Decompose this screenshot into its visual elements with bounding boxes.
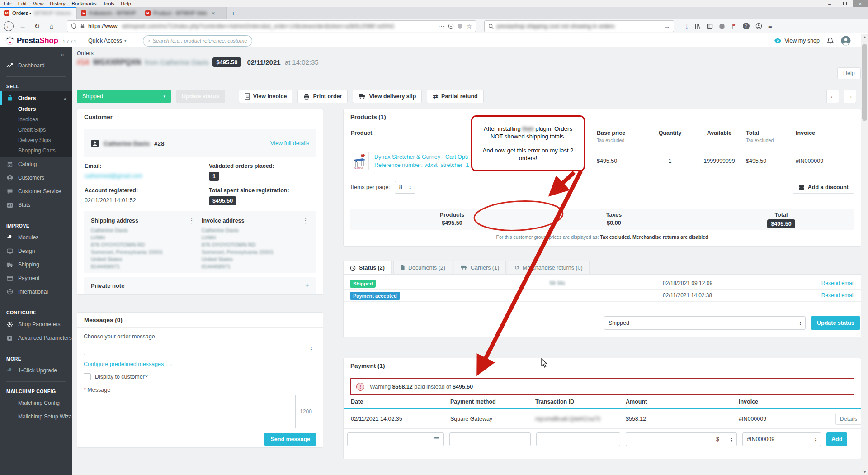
page-scrollbar[interactable]: ▲ ▼: [861, 34, 868, 475]
sidebar-item-mailchimp-setup-wizard[interactable]: Mailchimp Setup Wizard: [0, 410, 72, 423]
view-full-details-link[interactable]: View full details: [270, 140, 309, 147]
display-to-customer-checkbox[interactable]: [84, 373, 91, 380]
tab-documents[interactable]: Documents (2): [393, 261, 452, 274]
sidebar-subitem-invoices[interactable]: Invoices: [18, 116, 72, 123]
order-message-select[interactable]: ▴▾: [84, 342, 316, 355]
sidebar-item-stats[interactable]: Stats: [0, 198, 72, 212]
browser-tab-orders[interactable]: M Orders • WTMVP Veterin: [0, 7, 77, 19]
menu-bookmarks[interactable]: Bookmarks: [72, 1, 97, 6]
tab-carriers[interactable]: Carriers (1): [454, 261, 506, 274]
help-button[interactable]: Help: [837, 67, 861, 79]
admin-search-input[interactable]: Search (e.g.: product reference, custome: [143, 35, 252, 47]
scroll-up-arrow[interactable]: ▲: [861, 35, 868, 38]
payment-currency-select[interactable]: $ ▴▾: [712, 432, 737, 446]
scroll-down-arrow[interactable]: ▼: [861, 470, 868, 474]
tab-merchandise-returns[interactable]: ↺ Merchandise returns (0): [508, 261, 590, 274]
partial-refund-button[interactable]: ⇄ Partial refund: [427, 90, 483, 103]
payment-method-input[interactable]: [449, 432, 531, 446]
add-payment-button[interactable]: Add: [826, 432, 847, 446]
sidebar-item-modules[interactable]: Modules: [0, 231, 72, 244]
view-invoice-button[interactable]: View invoice: [239, 90, 293, 103]
page-actions-icon[interactable]: ⋯: [438, 22, 445, 30]
quick-access-dropdown[interactable]: Quick Access ▾: [88, 38, 127, 44]
profile-avatar[interactable]: [841, 36, 851, 46]
menu-file[interactable]: File: [4, 1, 12, 6]
send-message-button[interactable]: Send message: [264, 433, 316, 446]
sidebar-item-shipping[interactable]: Shipping: [0, 258, 72, 271]
hamburger-menu-icon[interactable]: ≡: [768, 22, 772, 30]
library-icon[interactable]: [694, 23, 701, 29]
payment-transaction-id-input[interactable]: [536, 432, 620, 446]
flag-icon[interactable]: [731, 23, 737, 29]
reload-button[interactable]: ↻: [32, 21, 42, 32]
forward-button[interactable]: →: [17, 21, 28, 32]
sidebar-item-design[interactable]: Design: [0, 244, 72, 258]
browser-tab-3[interactable]: P Product - WTMVP Vete ×: [141, 7, 227, 19]
notifications-bell-icon[interactable]: [827, 37, 834, 44]
update-status-button[interactable]: Update status: [811, 316, 860, 330]
sidebar-subitem-delivery-slips[interactable]: Delivery Slips: [18, 137, 72, 143]
add-discount-button[interactable]: Add a discount: [793, 181, 854, 194]
payment-details-button[interactable]: Details: [835, 413, 862, 425]
view-my-shop-link[interactable]: View my shop: [774, 38, 820, 44]
help-extension-icon[interactable]: ?: [743, 23, 750, 29]
bookmark-star-icon[interactable]: ☆: [466, 23, 472, 30]
resend-email-link[interactable]: Resend email: [805, 292, 854, 299]
scrollbar-thumb[interactable]: [862, 44, 867, 121]
sidebar-item-international[interactable]: International: [0, 285, 72, 299]
window-restore-button[interactable]: [837, 0, 853, 7]
permissions-icon[interactable]: [457, 23, 463, 29]
message-textarea[interactable]: [84, 395, 295, 428]
tab-status[interactable]: Status (2): [343, 261, 392, 274]
menu-view[interactable]: View: [33, 1, 44, 6]
adblock-icon[interactable]: [719, 23, 725, 29]
payment-invoice-select[interactable]: #IN000009 ▴▾: [742, 432, 821, 446]
kebab-menu-icon[interactable]: ⋮: [188, 216, 195, 225]
sidebar-item-advanced-parameters[interactable]: Advanced Parameters: [0, 331, 72, 345]
sidebar-item-customer-service[interactable]: Customer Service: [0, 185, 72, 198]
shield-icon[interactable]: [71, 23, 77, 29]
kebab-menu-icon[interactable]: ⋮: [302, 216, 309, 225]
downloads-icon[interactable]: ↓: [685, 22, 689, 30]
sidebar-toggle-icon[interactable]: [707, 23, 713, 29]
new-tab-button[interactable]: +: [227, 7, 240, 19]
prestashop-logo[interactable]: PrestaShop 1.7.7.1: [5, 36, 76, 45]
previous-order-button[interactable]: ←: [826, 90, 839, 103]
sidebar-item-dashboard[interactable]: Dashboard: [0, 59, 72, 72]
next-order-button[interactable]: →: [844, 90, 856, 103]
browser-tab-2[interactable]: F Folkstorm - WTMVP Onli: [77, 7, 141, 19]
sidebar-item-orders[interactable]: Orders ▴: [0, 91, 72, 105]
sidebar-subitem-credit-slips[interactable]: Credit Slips: [18, 127, 72, 133]
menu-help[interactable]: Help: [121, 1, 131, 6]
url-bar[interactable]: https://www. wtmvpvet.com/ms71/index.php…: [67, 20, 476, 32]
menu-tools[interactable]: Tools: [103, 1, 115, 6]
sidebar-item-payment[interactable]: Payment: [0, 271, 72, 285]
pocket-icon[interactable]: [448, 23, 454, 29]
sidebar-item-one-click-upgrade[interactable]: 1-Click Upgrade: [0, 364, 72, 377]
back-button[interactable]: ←: [4, 21, 14, 31]
browser-search-bar[interactable]: prestashop shipping cost not showing in …: [484, 20, 674, 32]
print-order-button[interactable]: Print order: [297, 90, 348, 103]
status-update-select[interactable]: Shipped ▴▾: [604, 316, 806, 330]
sidebar-subitem-shopping-carts[interactable]: Shopping Carts: [18, 147, 72, 154]
sidebar-item-customers[interactable]: Customers: [0, 171, 72, 185]
search-go-icon[interactable]: →: [664, 23, 670, 30]
product-name-link[interactable]: Dynax Stretcher & Gurney - Cart Opti: [374, 154, 469, 160]
tab-close-icon[interactable]: ×: [212, 10, 215, 17]
order-status-dropdown[interactable]: Shipped ▾: [77, 90, 171, 103]
payment-date-input[interactable]: [347, 432, 444, 446]
sidebar-subitem-orders[interactable]: Orders: [18, 106, 72, 112]
window-close-button[interactable]: ×: [853, 0, 868, 7]
menu-history[interactable]: History: [50, 1, 65, 6]
window-minimize-button[interactable]: –: [822, 0, 837, 7]
view-delivery-slip-button[interactable]: View delivery slip: [353, 90, 422, 103]
sidebar-item-mailchimp-config[interactable]: Mailchimp Config: [0, 396, 72, 410]
resend-email-link[interactable]: Resend email: [805, 280, 854, 286]
sidebar-collapse-button[interactable]: «: [0, 48, 72, 59]
sidebar-item-catalog[interactable]: Catalog: [0, 157, 72, 171]
home-button[interactable]: ⌂: [46, 21, 57, 32]
product-reference-link[interactable]: Reference number: vdxst_stretcher_1: [374, 162, 469, 168]
payment-amount-input[interactable]: [626, 432, 712, 446]
menu-edit[interactable]: Edit: [18, 1, 27, 6]
account-icon[interactable]: [755, 23, 762, 29]
